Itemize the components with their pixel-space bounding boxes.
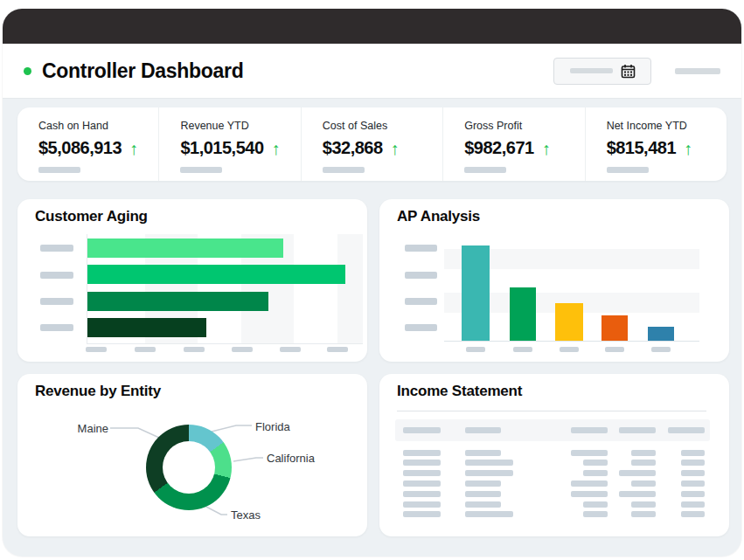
kpi-label: Net Income YTD bbox=[607, 120, 727, 132]
x-tick-placeholder bbox=[280, 347, 301, 352]
table-header-placeholder bbox=[571, 427, 608, 433]
kpi-cash-on-hand: Cash on Hand $5,086,913↑ bbox=[17, 107, 158, 181]
kpi-subtext-placeholder bbox=[323, 167, 365, 173]
ap-analysis-bar[interactable] bbox=[462, 245, 490, 341]
customer-aging-bar[interactable] bbox=[87, 239, 283, 258]
table-cell-placeholder bbox=[403, 501, 441, 508]
kpi-label: Cash on Hand bbox=[38, 120, 158, 132]
table-header-placeholder bbox=[619, 427, 656, 433]
customer-aging-bar[interactable] bbox=[87, 265, 345, 284]
table-cell-placeholder bbox=[403, 470, 441, 476]
table-cell-placeholder bbox=[465, 460, 513, 466]
ap-analysis-bar[interactable] bbox=[601, 315, 628, 341]
date-range-picker[interactable] bbox=[553, 58, 651, 85]
x-tick-placeholder bbox=[86, 347, 107, 352]
table-header-placeholder bbox=[465, 427, 501, 433]
trend-up-icon: ↑ bbox=[542, 140, 551, 157]
table-cell-placeholder bbox=[571, 491, 608, 497]
kpi-label: Gross Profit bbox=[464, 120, 584, 132]
kpi-value: $815,481 bbox=[607, 138, 676, 158]
ap-analysis-bar[interactable] bbox=[510, 287, 536, 341]
x-tick-placeholder bbox=[327, 347, 348, 352]
window-titlebar bbox=[3, 9, 741, 44]
donut-label-florida: Florida bbox=[255, 420, 290, 433]
table-header-placeholder bbox=[403, 427, 441, 433]
ap-analysis-chart bbox=[444, 245, 699, 342]
y-tick-placeholder bbox=[40, 324, 73, 331]
x-tick-placeholder bbox=[560, 347, 579, 352]
table-cell-placeholder bbox=[583, 511, 608, 517]
card-title: Income Statement bbox=[397, 383, 522, 400]
table-cell-placeholder bbox=[681, 491, 705, 497]
kpi-summary-card: Cash on Hand $5,086,913↑ Revenue YTD $1,… bbox=[17, 107, 727, 181]
kpi-value: $32,868 bbox=[323, 138, 383, 158]
table-cell-placeholder bbox=[583, 501, 608, 508]
trend-up-icon: ↑ bbox=[684, 140, 692, 157]
table-cell-placeholder bbox=[571, 480, 608, 487]
donut-label-california: California bbox=[267, 452, 315, 465]
table-cell-placeholder bbox=[631, 450, 656, 456]
table-cell-placeholder bbox=[681, 470, 705, 476]
customer-aging-bar[interactable] bbox=[87, 318, 206, 337]
card-title: Customer Aging bbox=[35, 208, 148, 225]
customer-aging-chart bbox=[87, 234, 363, 344]
screenshot-canvas: Controller Dashboard bbox=[0, 0, 744, 560]
trend-up-icon: ↑ bbox=[129, 140, 138, 157]
revenue-donut-chart[interactable] bbox=[146, 425, 232, 510]
table-cell-placeholder bbox=[583, 460, 608, 466]
y-tick-placeholder bbox=[40, 298, 73, 305]
kpi-net-income-ytd: Net Income YTD $815,481↑ bbox=[585, 107, 727, 181]
kpi-cost-of-sales: Cost of Sales $32,868↑ bbox=[301, 107, 442, 181]
table-header-row bbox=[395, 419, 710, 441]
kpi-subtext-placeholder bbox=[38, 167, 80, 173]
donut-label-maine: Maine bbox=[78, 422, 108, 435]
table-cell-placeholder bbox=[571, 450, 608, 456]
card-title: AP Analysis bbox=[397, 208, 480, 225]
table-cell-placeholder bbox=[465, 450, 501, 456]
income-statement-card: Income Statement bbox=[379, 374, 729, 536]
table-cell-placeholder bbox=[619, 470, 656, 476]
x-tick-placeholder bbox=[605, 347, 624, 352]
y-tick-placeholder bbox=[40, 245, 73, 252]
y-tick-placeholder bbox=[405, 272, 437, 279]
table-cell-placeholder bbox=[681, 511, 705, 517]
calendar-icon[interactable] bbox=[621, 64, 636, 79]
x-tick-placeholder bbox=[135, 347, 156, 352]
x-tick-placeholder bbox=[513, 347, 532, 352]
table-cell-placeholder bbox=[465, 501, 501, 508]
kpi-label: Cost of Sales bbox=[323, 120, 442, 132]
table-cell-placeholder bbox=[465, 480, 501, 487]
customer-aging-bar[interactable] bbox=[87, 292, 268, 311]
table-cell-placeholder bbox=[619, 491, 656, 497]
kpi-subtext-placeholder bbox=[180, 167, 222, 173]
y-tick-placeholder bbox=[405, 324, 437, 331]
app-window: Controller Dashboard bbox=[3, 9, 741, 557]
card-title: Revenue by Entity bbox=[35, 383, 161, 400]
table-cell-placeholder bbox=[631, 501, 656, 508]
header-controls bbox=[553, 58, 720, 85]
table-cell-placeholder bbox=[631, 480, 656, 487]
kpi-revenue-ytd: Revenue YTD $1,015,540↑ bbox=[158, 107, 300, 181]
y-tick-placeholder bbox=[405, 298, 437, 305]
table-header-placeholder bbox=[668, 427, 705, 433]
donut-label-texas: Texas bbox=[231, 508, 261, 522]
x-tick-placeholder bbox=[232, 347, 253, 352]
ap-analysis-card: AP Analysis bbox=[379, 199, 729, 362]
ap-analysis-bar[interactable] bbox=[648, 327, 674, 341]
table-cell-placeholder bbox=[465, 511, 513, 517]
status-dot-icon bbox=[24, 67, 31, 75]
table-cell-placeholder bbox=[681, 450, 705, 456]
y-tick-placeholder bbox=[40, 272, 73, 279]
table-cell-placeholder bbox=[403, 491, 441, 497]
table-cell-placeholder bbox=[681, 480, 705, 487]
x-tick-placeholder bbox=[651, 347, 671, 352]
table-cell-placeholder bbox=[465, 491, 501, 497]
table-cell-placeholder bbox=[583, 470, 608, 476]
kpi-subtext-placeholder bbox=[464, 167, 506, 173]
table-cell-placeholder bbox=[465, 470, 513, 476]
title-divider bbox=[397, 411, 706, 411]
y-tick-placeholder bbox=[405, 245, 437, 252]
kpi-subtext-placeholder bbox=[607, 167, 649, 173]
x-tick-placeholder bbox=[466, 347, 485, 352]
ap-analysis-bar[interactable] bbox=[555, 303, 583, 341]
